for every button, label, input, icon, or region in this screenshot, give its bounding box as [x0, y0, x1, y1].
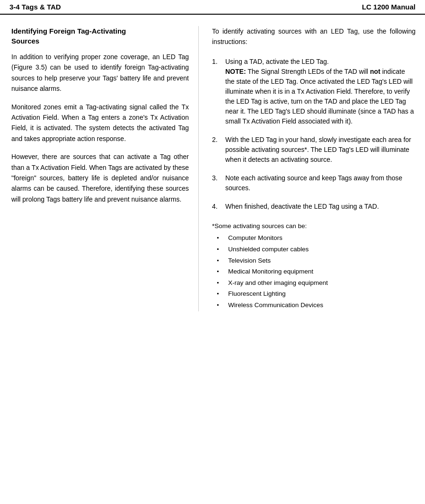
step-3-content: Note each activating source and keep Tag…: [225, 173, 416, 193]
bullet-2: Unshielded computer cables: [217, 244, 416, 255]
step-1-main: Using a TAD, activate the LED Tag.: [225, 58, 329, 65]
header-right: LC 1200 Manual: [362, 3, 416, 11]
bullet-7: Wireless Communication Devices: [217, 300, 416, 310]
step-1-note-label: NOTE:: [225, 68, 246, 75]
paragraph-3: However, there are sources that can acti…: [11, 151, 189, 204]
main-content: Identifying Foreign Tag-Activating Sourc…: [0, 15, 425, 311]
step-1-num: 1.: [212, 57, 225, 126]
intro-text: To identify activating sources with an L…: [212, 26, 416, 47]
step-3-text: Note each activating source and keep Tag…: [225, 174, 402, 192]
step-1-detail: The Signal Strength LEDs of the TAD will: [246, 68, 370, 75]
step-1-content: Using a TAD, activate the LED Tag. NOTE:…: [225, 57, 416, 126]
paragraph-1: In addition to verifying proper zone cov…: [11, 52, 189, 94]
steps-list: 1. Using a TAD, activate the LED Tag. NO…: [212, 57, 416, 212]
step-2-num: 2.: [212, 135, 225, 165]
page-header: 3-4 Tags & TAD LC 1200 Manual: [0, 0, 425, 15]
step-2: 2. With the LED Tag in your hand, slowly…: [212, 135, 416, 165]
step-1: 1. Using a TAD, activate the LED Tag. NO…: [212, 57, 416, 126]
step-3-num: 3.: [212, 173, 225, 193]
bullet-6: Fluorescent Lighting: [217, 289, 416, 299]
header-left: 3-4 Tags & TAD: [9, 3, 61, 11]
bullet-list: Computer Monitors Unshielded computer ca…: [212, 233, 416, 310]
bullet-4: Medical Monitoring equipment: [217, 266, 416, 277]
step-3: 3. Note each activating source and keep …: [212, 173, 416, 193]
step-4-content: When finished, deactivate the LED Tag us…: [225, 202, 416, 212]
footnote-section: *Some activating sources can be: Compute…: [212, 221, 416, 310]
step-4-text: When finished, deactivate the LED Tag us…: [225, 203, 379, 210]
step-2-content: With the LED Tag in your hand, slowly in…: [225, 135, 416, 165]
footnote-title: *Some activating sources can be:: [212, 221, 416, 231]
step-4-num: 4.: [212, 202, 225, 212]
left-column: Identifying Foreign Tag-Activating Sourc…: [0, 26, 199, 311]
step-2-text: With the LED Tag in your hand, slowly in…: [225, 136, 411, 163]
right-column: To identify activating sources with an L…: [199, 26, 425, 311]
step-4: 4. When finished, deactivate the LED Tag…: [212, 202, 416, 212]
step-1-not: not: [370, 68, 381, 75]
step-1-detail2: indicate the state of the LED Tag. Once …: [225, 68, 414, 125]
bullet-3: Television Sets: [217, 256, 416, 266]
bullet-1: Computer Monitors: [217, 233, 416, 243]
section-title: Identifying Foreign Tag-Activating Sourc…: [11, 26, 189, 46]
paragraph-2: Monitored zones emit a Tag-activating si…: [11, 102, 189, 144]
bullet-5: X-ray and other imaging equipment: [217, 278, 416, 288]
